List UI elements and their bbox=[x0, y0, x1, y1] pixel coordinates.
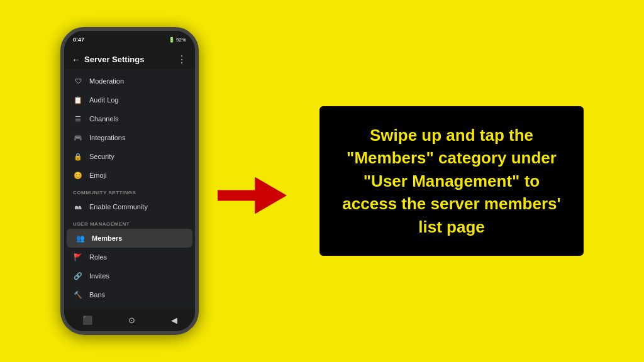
nav-back-button[interactable]: ◀ bbox=[171, 315, 177, 325]
battery-icon: 🔋 bbox=[169, 37, 175, 43]
channels-label: Channels bbox=[89, 115, 118, 123]
svg-marker-0 bbox=[218, 177, 287, 214]
community-settings-label: COMMUNITY SETTINGS bbox=[64, 185, 195, 197]
phone-frame: 0:47 🔋 92% ← Server Settings ⋮ 🛡 bbox=[60, 27, 199, 335]
header-menu-button[interactable]: ⋮ bbox=[177, 53, 187, 65]
moderation-label: Moderation bbox=[89, 77, 124, 85]
roles-icon: 🚩 bbox=[73, 252, 83, 262]
user-management-label: USER MANAGEMENT bbox=[64, 216, 195, 229]
bans-icon: 🔨 bbox=[73, 290, 83, 300]
settings-item-invites[interactable]: 🔗 Invites bbox=[64, 266, 195, 285]
settings-item-auditlog[interactable]: 📋 Audit Log bbox=[64, 90, 195, 109]
status-time: 0:47 bbox=[73, 36, 84, 43]
settings-item-security[interactable]: 🔒 Security bbox=[64, 147, 195, 166]
security-icon: 🔒 bbox=[73, 151, 83, 162]
settings-item-emoji[interactable]: 😊 Emoji bbox=[64, 166, 195, 185]
settings-item-bans[interactable]: 🔨 Bans bbox=[64, 285, 195, 304]
invites-icon: 🔗 bbox=[73, 271, 83, 281]
channels-icon: ☰ bbox=[73, 114, 83, 124]
emoji-icon: 😊 bbox=[73, 170, 83, 180]
info-box: Swipe up and tap the "Members" category … bbox=[319, 106, 584, 256]
auditlog-label: Audit Log bbox=[89, 96, 118, 104]
settings-item-moderation[interactable]: 🛡 Moderation bbox=[64, 72, 195, 90]
phone-wrapper: 0:47 🔋 92% ← Server Settings ⋮ 🛡 bbox=[60, 27, 199, 335]
settings-item-roles[interactable]: 🚩 Roles bbox=[64, 248, 195, 266]
app-header: ← Server Settings ⋮ bbox=[64, 48, 195, 69]
nav-circle-button[interactable]: ⊙ bbox=[128, 315, 135, 325]
header-left: ← Server Settings bbox=[72, 55, 144, 65]
settings-item-enable-community[interactable]: 🏘 Enable Community bbox=[64, 197, 195, 216]
header-title: Server Settings bbox=[84, 55, 144, 64]
integrations-label: Integrations bbox=[89, 134, 125, 141]
enable-community-label: Enable Community bbox=[89, 203, 148, 211]
status-battery: 🔋 92% bbox=[169, 37, 186, 43]
integrations-icon: 🎮 bbox=[73, 133, 83, 143]
emoji-label: Emoji bbox=[89, 172, 107, 179]
phone-notch bbox=[108, 31, 152, 45]
back-button[interactable]: ← bbox=[72, 55, 80, 65]
settings-item-integrations[interactable]: 🎮 Integrations bbox=[64, 128, 195, 147]
auditlog-icon: 📋 bbox=[73, 95, 83, 105]
security-label: Security bbox=[89, 153, 114, 160]
settings-list: 🛡 Moderation 📋 Audit Log ☰ Channels 🎮 In… bbox=[64, 69, 195, 309]
red-arrow-icon bbox=[218, 170, 287, 221]
red-arrow-container bbox=[218, 170, 287, 223]
info-text: Swipe up and tap the "Members" category … bbox=[338, 124, 565, 238]
phone-bottom-nav: ⬛ ⊙ ◀ bbox=[64, 309, 195, 331]
enable-community-icon: 🏘 bbox=[73, 202, 83, 212]
roles-label: Roles bbox=[89, 253, 107, 261]
settings-item-channels[interactable]: ☰ Channels bbox=[64, 109, 195, 128]
moderation-icon: 🛡 bbox=[73, 76, 83, 86]
members-label: Members bbox=[92, 234, 122, 242]
phone-screen: 0:47 🔋 92% ← Server Settings ⋮ 🛡 bbox=[64, 31, 195, 331]
nav-home-button[interactable]: ⬛ bbox=[82, 315, 92, 325]
members-icon: 👥 bbox=[75, 233, 86, 243]
settings-item-members[interactable]: 👥 Members bbox=[67, 229, 192, 248]
invites-label: Invites bbox=[89, 272, 109, 280]
bans-label: Bans bbox=[89, 291, 105, 299]
